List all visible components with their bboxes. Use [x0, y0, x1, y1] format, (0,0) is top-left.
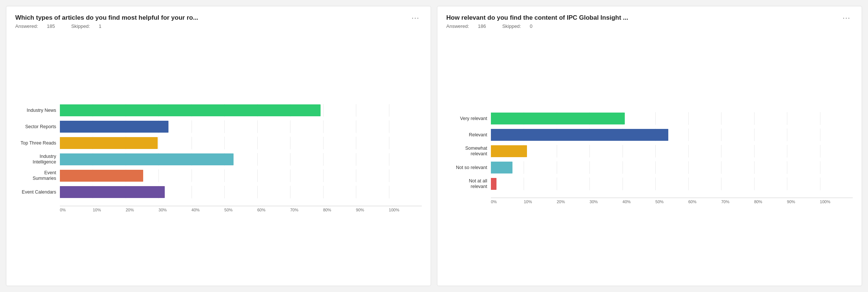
- bar-label: Relevant: [446, 132, 491, 138]
- bar-container: [491, 161, 853, 174]
- bar-label: Not so relevant: [446, 165, 491, 171]
- chart1-answered: Answered: 185: [15, 23, 64, 29]
- bar-fill: [60, 186, 165, 198]
- bar-fill: [491, 178, 496, 190]
- bar-row: Industry News: [15, 104, 422, 117]
- x-tick: 60%: [257, 208, 290, 212]
- x-tick: 40%: [623, 199, 655, 204]
- bar-fill: [491, 113, 625, 124]
- chart1-meta: Answered: 185 Skipped: 1: [15, 23, 422, 29]
- bar-row: Relevant: [446, 129, 853, 141]
- x-tick: 80%: [754, 199, 787, 204]
- bar-row: Not so relevant: [446, 161, 853, 174]
- chart2-more-button[interactable]: ···: [840, 14, 853, 22]
- chart1-header: Which types of articles do you find most…: [15, 14, 422, 22]
- bar-container: [60, 153, 422, 166]
- bar-row: Event Calendars: [15, 186, 422, 198]
- bar-container: [491, 145, 853, 158]
- x-tick: 0%: [60, 208, 93, 212]
- x-tick: 100%: [389, 208, 422, 212]
- chart2-area: Very relevantRelevantSomewhat relevantNo…: [446, 36, 853, 280]
- bar-fill: [60, 137, 158, 149]
- bar-container: [60, 104, 422, 117]
- bar-row: Industry Intelligence: [15, 153, 422, 166]
- bar-container: [491, 112, 853, 125]
- chart2-header: How relevant do you find the content of …: [446, 14, 853, 22]
- x-tick: 90%: [356, 208, 389, 212]
- x-tick: 40%: [192, 208, 224, 212]
- x-tick: 90%: [787, 199, 820, 204]
- x-tick: 70%: [290, 208, 323, 212]
- bar-container: [60, 186, 422, 198]
- x-tick: 30%: [158, 208, 191, 212]
- x-tick: 10%: [93, 208, 125, 212]
- x-tick: 70%: [721, 199, 754, 204]
- chart1-skipped: Skipped: 1: [71, 23, 109, 29]
- bar-fill: [60, 121, 168, 133]
- chart2-title: How relevant do you find the content of …: [446, 14, 840, 22]
- chart1-area: Industry NewsSector ReportsTop Three Rea…: [15, 36, 422, 280]
- grid-lines: [491, 178, 853, 190]
- x-tick: 80%: [323, 208, 356, 212]
- chart1-bars: Industry NewsSector ReportsTop Three Rea…: [15, 104, 422, 206]
- grid-lines: [491, 161, 853, 174]
- bar-label: Somewhat relevant: [446, 146, 491, 157]
- chart2-x-axis: 0%10%20%30%40%50%60%70%80%90%100%: [491, 198, 853, 204]
- bar-row: Top Three Reads: [15, 137, 422, 149]
- bar-fill: [491, 162, 512, 173]
- bar-label: Industry Intelligence: [15, 154, 60, 165]
- bar-label: Event Summaries: [15, 170, 60, 181]
- x-tick: 60%: [688, 199, 721, 204]
- x-tick: 20%: [557, 199, 589, 204]
- bar-container: [60, 120, 422, 133]
- bar-fill: [60, 153, 234, 165]
- chart2-card: How relevant do you find the content of …: [437, 6, 862, 286]
- bar-container: [491, 178, 853, 190]
- bar-row: Not at all relevant: [446, 178, 853, 190]
- bar-label: Industry News: [15, 108, 60, 113]
- bar-row: Very relevant: [446, 112, 853, 125]
- bar-container: [60, 169, 422, 182]
- bar-label: Event Calendars: [15, 189, 60, 195]
- bar-row: Event Summaries: [15, 169, 422, 182]
- bar-label: Very relevant: [446, 116, 491, 121]
- x-tick: 20%: [126, 208, 158, 212]
- x-tick: 10%: [524, 199, 556, 204]
- bar-fill: [60, 104, 321, 116]
- chart1-more-button[interactable]: ···: [409, 14, 422, 22]
- bar-label: Top Three Reads: [15, 140, 60, 146]
- bar-row: Sector Reports: [15, 120, 422, 133]
- chart1-title: Which types of articles do you find most…: [15, 14, 409, 22]
- chart2-skipped: Skipped: 0: [502, 23, 540, 29]
- bar-label: Sector Reports: [15, 124, 60, 130]
- chart2-meta: Answered: 186 Skipped: 0: [446, 23, 853, 29]
- grid-lines: [491, 145, 853, 158]
- chart1-card: Which types of articles do you find most…: [6, 6, 431, 286]
- x-tick: 50%: [655, 199, 688, 204]
- bar-container: [60, 137, 422, 149]
- x-tick: 30%: [589, 199, 622, 204]
- chart1-x-axis: 0%10%20%30%40%50%60%70%80%90%100%: [60, 206, 422, 212]
- x-tick: 100%: [820, 199, 853, 204]
- bar-fill: [491, 129, 668, 141]
- bar-label: Not at all relevant: [446, 178, 491, 189]
- bar-fill: [60, 170, 143, 182]
- bar-container: [491, 129, 853, 141]
- chart2-bars: Very relevantRelevantSomewhat relevantNo…: [446, 112, 853, 198]
- x-tick: 0%: [491, 199, 524, 204]
- x-tick: 50%: [224, 208, 257, 212]
- bar-fill: [491, 145, 527, 157]
- chart2-answered: Answered: 186: [446, 23, 495, 29]
- bar-row: Somewhat relevant: [446, 145, 853, 158]
